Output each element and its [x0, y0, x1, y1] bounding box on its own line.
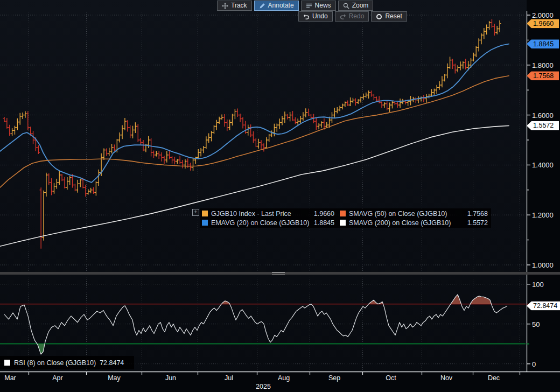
news-button[interactable]: News — [301, 1, 336, 11]
month-label: Sep — [328, 374, 340, 382]
smavg200-badge: 1.5572 — [527, 121, 559, 130]
price-tick-label: 1.8000 — [532, 61, 554, 69]
track-button[interactable]: Track — [217, 1, 252, 11]
rsi-legend: RSI (8) on Close (GJGB10) 72.8474 — [0, 356, 134, 369]
reset-button[interactable]: Reset — [371, 11, 407, 22]
panel-separator — [0, 272, 560, 275]
legend-value: 1.9660 — [314, 210, 334, 218]
reset-icon — [376, 13, 382, 20]
month-label: May — [108, 374, 121, 382]
month-label: Aug — [278, 374, 290, 382]
month-label: Apr — [52, 374, 62, 382]
rsi-tick-label: 100 — [532, 280, 544, 288]
month-label: Oct — [386, 374, 396, 382]
zoom-magnifier-icon — [343, 3, 349, 9]
legend-value: 1.5572 — [467, 219, 488, 227]
legend-item-smavg200: SMAVG (200) on Close (GJGB10) 1.5572 — [340, 219, 488, 227]
undo-icon — [303, 13, 310, 20]
month-label: Mar — [4, 374, 16, 382]
smavg50-swatch — [340, 211, 346, 216]
legend-row: GJGB10 Index - Last Price 1.9660 SMAVG (… — [202, 209, 489, 218]
rsi-tick-label: 0 — [532, 360, 536, 368]
undo-button[interactable]: Undo — [298, 11, 333, 22]
chart-toolbar: Track Annotate News Zoom — [217, 1, 373, 11]
month-label: Dec — [488, 374, 500, 382]
smavg50-badge: 1.7568 — [527, 71, 559, 80]
legend-item-smavg50: SMAVG (50) on Close (GJGB10) 1.7568 — [340, 210, 488, 218]
month-label: Jun — [165, 374, 176, 382]
reset-label: Reset — [385, 12, 402, 21]
redo-label: Redo — [349, 12, 365, 21]
zoom-button[interactable]: Zoom — [338, 1, 374, 11]
news-label: News — [315, 1, 331, 10]
legend-item-last-price: GJGB10 Index - Last Price 1.9660 — [202, 210, 334, 218]
rsi-value-badge: 72.8474 — [527, 301, 560, 310]
rsi-tick-label: 50 — [532, 320, 540, 328]
price-tick-label: 1.6000 — [532, 111, 554, 119]
redo-icon — [340, 13, 346, 20]
price-tick-label: 1.4000 — [532, 161, 554, 169]
price-tick-label: 1.0000 — [532, 261, 554, 269]
legend-row: EMAVG (20) on Close (GJGB10) 1.8845 SMAV… — [202, 219, 489, 227]
redo-button[interactable]: Redo — [335, 11, 369, 22]
emavg20-badge: 1.8845 — [527, 39, 559, 48]
track-label: Track — [231, 1, 247, 10]
rsi-legend-label: RSI (8) on Close (GJGB10) — [14, 359, 96, 367]
legend-label: SMAVG (200) on Close (GJGB10) — [349, 219, 451, 227]
legend-label: GJGB10 Index - Last Price — [211, 210, 291, 218]
rsi-legend-value: 72.8474 — [100, 359, 124, 367]
price-legend: GJGB10 Index - Last Price 1.9660 SMAVG (… — [200, 208, 491, 228]
annotate-toolbar: Undo Redo Reset — [298, 11, 407, 22]
smavg200-swatch — [340, 220, 346, 226]
year-label: 2025 — [256, 383, 271, 390]
track-move-icon — [222, 3, 228, 9]
legend-label: EMAVG (20) on Close (GJGB10) — [211, 219, 309, 227]
rsi-swatch — [4, 360, 10, 366]
panel-resize-handle[interactable] — [272, 272, 285, 275]
last-price-badge: 1.9660 — [527, 19, 559, 28]
legend-expand-button[interactable]: + — [192, 209, 199, 216]
last-price-swatch — [202, 211, 208, 216]
price-tick-label: 1.2000 — [532, 211, 554, 219]
annotate-label: Annotate — [268, 1, 294, 10]
price-chart-area[interactable] — [0, 11, 527, 272]
month-label: Nov — [440, 374, 452, 382]
news-list-icon — [306, 3, 312, 9]
legend-item-emavg20: EMAVG (20) on Close (GJGB10) 1.8845 — [202, 219, 334, 227]
price-tick-label: 2.0000 — [532, 11, 554, 19]
zoom-label: Zoom — [352, 1, 369, 10]
emavg20-swatch — [202, 220, 208, 226]
month-label: Jul — [225, 374, 233, 382]
annotate-pencil-icon — [259, 3, 265, 9]
annotate-button[interactable]: Annotate — [254, 1, 299, 11]
legend-label: SMAVG (50) on Close (GJGB10) — [349, 210, 447, 218]
legend-value: 1.7568 — [467, 210, 488, 218]
undo-label: Undo — [312, 12, 328, 21]
legend-value: 1.8845 — [314, 219, 334, 227]
chart-window: Track Annotate News Zoom — [0, 0, 560, 392]
